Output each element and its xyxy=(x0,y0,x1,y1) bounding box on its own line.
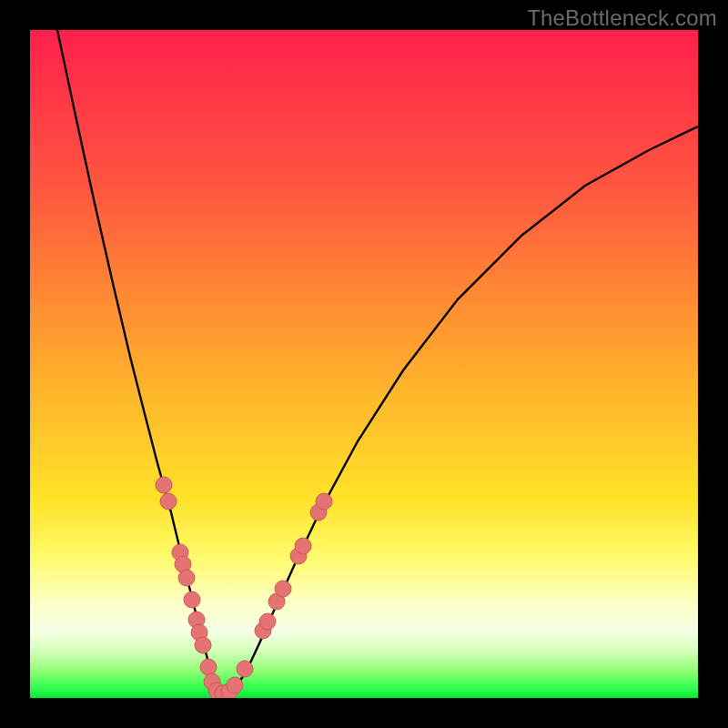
curve-marker xyxy=(200,659,217,675)
watermark-text: TheBottleneck.com xyxy=(527,5,717,31)
curve-marker xyxy=(275,581,291,597)
chart-frame: TheBottleneck.com xyxy=(0,0,728,728)
curve-marker xyxy=(195,637,211,653)
highlighted-points-group xyxy=(156,477,332,698)
chart-svg xyxy=(30,30,698,698)
curve-marker xyxy=(295,538,311,554)
curve-marker xyxy=(259,613,276,630)
plot-area xyxy=(30,30,698,698)
curve-marker xyxy=(184,592,200,608)
bottleneck-curve xyxy=(57,30,698,694)
curve-marker xyxy=(160,493,177,510)
curve-marker xyxy=(237,661,253,677)
curve-marker xyxy=(156,477,172,493)
curve-marker xyxy=(227,677,243,693)
curve-marker xyxy=(178,570,195,586)
curve-marker xyxy=(316,493,332,510)
